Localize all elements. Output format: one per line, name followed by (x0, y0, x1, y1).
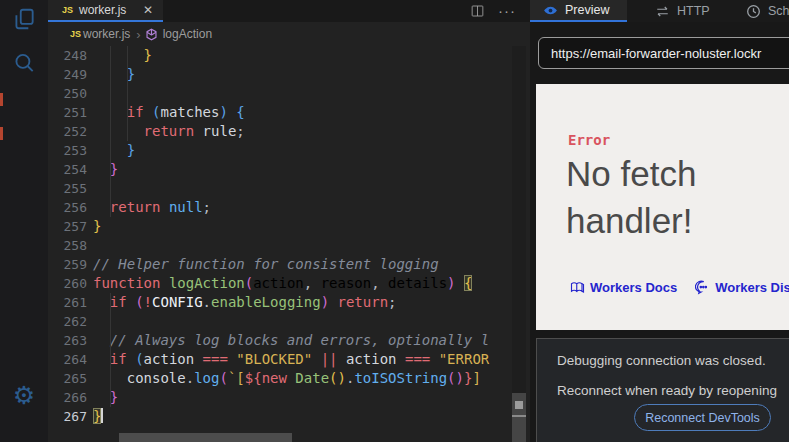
code-line[interactable]: 255 (48, 179, 512, 198)
line-number: 261 (48, 293, 93, 312)
url-bar (538, 37, 789, 69)
code-line[interactable]: 267} (48, 407, 512, 426)
book-icon (570, 280, 585, 295)
line-number: 259 (48, 255, 93, 274)
editor-group: JS worker.js ✕ ··· JS worker.js › logAct… (48, 0, 530, 442)
code-line[interactable]: 258 (48, 236, 512, 255)
tab-http[interactable]: HTTP (655, 0, 735, 22)
tab-schedule[interactable]: Schedule (746, 0, 789, 22)
clock-icon (746, 4, 761, 19)
error-label: Error (568, 132, 610, 148)
line-number: 255 (48, 179, 93, 198)
error-heading: No fetch handler! (566, 150, 776, 244)
code-line[interactable]: 260function logAction(action, reason, de… (48, 274, 512, 293)
reconnect-devtools-button[interactable]: Reconnect DevTools (634, 404, 771, 431)
line-number: 257 (48, 217, 93, 236)
line-number: 249 (48, 65, 93, 84)
code-line[interactable]: 256 return null; (48, 198, 512, 217)
code-line[interactable]: 248 } (48, 46, 512, 65)
preview-tab-bar: Preview HTTP Schedule (530, 0, 789, 22)
line-number: 253 (48, 141, 93, 160)
code-lines: 248 }249 }250251 if (matches) {252 retur… (48, 46, 512, 426)
tab-label: HTTP (677, 4, 710, 18)
tab-preview[interactable]: Preview (530, 0, 627, 22)
code-line[interactable]: 259// Helper function for consistent log… (48, 255, 512, 274)
line-number: 260 (48, 274, 93, 293)
more-actions-icon[interactable]: ··· (498, 3, 516, 19)
line-number: 256 (48, 198, 93, 217)
code-line[interactable]: 251 if (matches) { (48, 103, 512, 122)
devtools-panel: Debugging connection was closed. Reconne… (536, 338, 789, 442)
editor-tab-bar: JS worker.js ✕ ··· (48, 0, 530, 22)
chevron-right-icon: › (136, 27, 140, 42)
line-number: 262 (48, 312, 93, 331)
tab-label: Preview (565, 3, 609, 17)
code-line[interactable]: 249 } (48, 65, 512, 84)
code-line[interactable]: 250 (48, 84, 512, 103)
line-number: 250 (48, 84, 93, 103)
vertical-scrollbar-thumb[interactable] (512, 393, 526, 442)
preview-content: Error No fetch handler! Workers Docs Wor… (536, 84, 789, 330)
preview-panel: Preview HTTP Schedule Error No fetch han… (530, 0, 789, 442)
code-line[interactable]: 257} (48, 217, 512, 236)
indent-guide (127, 46, 128, 141)
eye-icon (543, 3, 558, 18)
split-editor-icon[interactable] (469, 3, 486, 19)
code-line[interactable]: 253 } (48, 141, 512, 160)
edge-decoration (0, 93, 3, 106)
line-number: 263 (48, 331, 93, 350)
line-number: 254 (48, 160, 93, 179)
symbol-method-icon (145, 28, 158, 41)
code-line[interactable]: 263 // Always log blocks and errors, opt… (48, 331, 512, 350)
indent-guide (110, 293, 111, 407)
vertical-scrollbar[interactable] (512, 46, 526, 442)
js-file-icon: JS (70, 29, 81, 39)
preview-url-input[interactable] (538, 37, 789, 69)
code-line[interactable]: 266 } (48, 388, 512, 407)
devtools-message: Reconnect when ready by reopening (557, 383, 777, 398)
cursor-overview-marker (512, 415, 526, 417)
chat-bubble-icon (695, 280, 710, 295)
breadcrumb: JS worker.js › logAction (48, 22, 530, 46)
search-icon[interactable] (11, 50, 37, 76)
code-line[interactable]: 262 (48, 312, 512, 331)
line-number: 248 (48, 46, 93, 65)
code-line[interactable]: 264 if (action === "BLOCKED" || action =… (48, 350, 512, 369)
line-number: 267 (48, 407, 93, 426)
line-number: 264 (48, 350, 93, 369)
scrollbar-grip (515, 401, 523, 409)
app-window: ⚙ JS worker.js ✕ ··· JS worker.js › (0, 0, 789, 442)
activity-bar: ⚙ (0, 0, 48, 442)
edge-decoration (0, 127, 3, 140)
horizontal-scrollbar-thumb[interactable] (119, 433, 292, 442)
code-editor[interactable]: 248 }249 }250251 if (matches) {252 retur… (48, 46, 512, 430)
tab-worker-js[interactable]: JS worker.js ✕ (48, 0, 163, 22)
line-number: 251 (48, 103, 93, 122)
preview-links: Workers Docs Workers Discord (570, 280, 789, 295)
line-number: 252 (48, 122, 93, 141)
settings-gear-icon[interactable]: ⚙ (11, 382, 37, 408)
code-line[interactable]: 265 console.log(`[${new Date().toISOStri… (48, 369, 512, 388)
code-line[interactable]: 252 return rule; (48, 122, 512, 141)
breadcrumb-file[interactable]: worker.js (83, 27, 130, 41)
breadcrumb-symbol[interactable]: logAction (163, 27, 212, 41)
indent-guide (110, 46, 111, 217)
line-number: 266 (48, 388, 93, 407)
close-tab-icon[interactable]: ✕ (141, 3, 155, 17)
workers-discord-link[interactable]: Workers Discord (695, 280, 789, 295)
workers-docs-link[interactable]: Workers Docs (570, 280, 677, 295)
js-file-icon: JS (62, 5, 73, 15)
line-number: 265 (48, 369, 93, 388)
devtools-message: Debugging connection was closed. (557, 353, 766, 368)
tab-label: worker.js (79, 3, 141, 17)
line-number: 258 (48, 236, 93, 255)
files-icon[interactable] (11, 6, 37, 32)
code-line[interactable]: 261 if (!CONFIG.enableLogging) return; (48, 293, 512, 312)
swap-arrows-icon (655, 4, 670, 19)
code-line[interactable]: 254 } (48, 160, 512, 179)
tab-label: Schedule (768, 4, 789, 18)
